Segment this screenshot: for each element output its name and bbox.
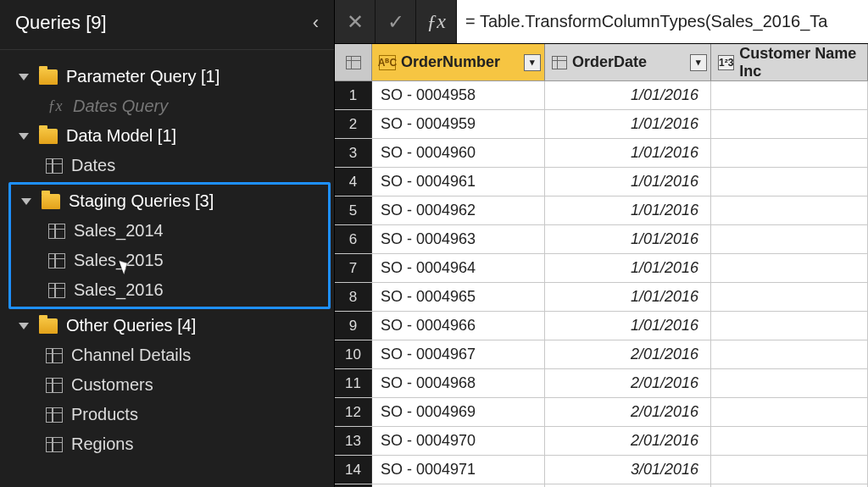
column-customer[interactable]: 1²3 Customer Name Inc bbox=[711, 44, 868, 80]
cell-ordernumber[interactable]: SO - 0004970 bbox=[372, 427, 545, 455]
table-row[interactable]: 3SO - 00049601/01/2016 bbox=[335, 139, 868, 168]
table-row[interactable]: 7SO - 00049641/01/2016 bbox=[335, 254, 868, 283]
row-number[interactable]: 1 bbox=[335, 81, 372, 109]
cell-ordernumber[interactable]: SO - 0004969 bbox=[372, 398, 545, 426]
cell-ordernumber[interactable]: SO - 0004962 bbox=[372, 196, 545, 224]
row-number[interactable]: 11 bbox=[335, 369, 372, 397]
table-row[interactable]: 5SO - 00049621/01/2016 bbox=[335, 196, 868, 225]
commit-formula-button[interactable]: ✓ bbox=[376, 0, 416, 43]
cell-customer[interactable] bbox=[711, 196, 868, 224]
cell-customer[interactable] bbox=[711, 340, 868, 368]
query-item[interactable]: Dates bbox=[0, 151, 334, 180]
queries-header: Queries [9] ‹ bbox=[0, 0, 334, 50]
query-item[interactable]: Regions bbox=[0, 429, 334, 459]
table-icon bbox=[48, 283, 65, 298]
folder-item[interactable]: Data Model [1] bbox=[0, 121, 334, 151]
cell-customer[interactable] bbox=[711, 139, 868, 167]
table-icon bbox=[46, 437, 63, 452]
cell-orderdate[interactable]: 3/01/2016 bbox=[545, 456, 711, 484]
cell-ordernumber[interactable]: SO - 0004964 bbox=[372, 254, 545, 282]
cell-customer[interactable] bbox=[711, 369, 868, 397]
cell-customer[interactable] bbox=[711, 456, 868, 484]
table-icon bbox=[46, 378, 63, 393]
cell-orderdate[interactable]: 2/01/2016 bbox=[545, 340, 711, 368]
cell-ordernumber[interactable]: SO - 0004965 bbox=[372, 283, 545, 311]
cell-orderdate[interactable]: 1/01/2016 bbox=[545, 81, 711, 109]
select-all-cell[interactable] bbox=[335, 44, 372, 80]
filter-icon[interactable]: ▾ bbox=[690, 54, 707, 71]
cell-orderdate[interactable]: 1/01/2016 bbox=[545, 225, 711, 253]
query-item[interactable]: Sales_2015 bbox=[11, 246, 328, 275]
cell-orderdate[interactable]: 2/01/2016 bbox=[545, 398, 711, 426]
cell-customer[interactable] bbox=[711, 254, 868, 282]
cell-customer[interactable] bbox=[711, 427, 868, 455]
cell-orderdate[interactable]: 1/01/2016 bbox=[545, 196, 711, 224]
row-number[interactable]: 5 bbox=[335, 196, 372, 224]
table-row[interactable]: 8SO - 00049651/01/2016 bbox=[335, 283, 868, 312]
cell-customer[interactable] bbox=[711, 168, 868, 196]
fx-icon[interactable]: ƒx bbox=[416, 0, 457, 43]
cell-orderdate[interactable]: 1/01/2016 bbox=[545, 168, 711, 196]
query-item[interactable]: Sales_2016 bbox=[11, 275, 328, 305]
table-row[interactable]: 9SO - 00049661/01/2016 bbox=[335, 312, 868, 340]
table-row[interactable]: 1SO - 00049581/01/2016 bbox=[335, 81, 868, 110]
cell-ordernumber[interactable]: SO - 0004961 bbox=[372, 168, 545, 196]
cell-ordernumber[interactable]: SO - 0004968 bbox=[372, 369, 545, 397]
cell-customer[interactable] bbox=[711, 283, 868, 311]
query-item[interactable]: Channel Details bbox=[0, 340, 334, 370]
cell-ordernumber[interactable]: SO - 0004966 bbox=[372, 312, 545, 340]
table-row[interactable]: 6SO - 00049631/01/2016 bbox=[335, 225, 868, 254]
query-item[interactable]: Products bbox=[0, 400, 334, 429]
cell-ordernumber[interactable]: SO - 0004967 bbox=[372, 340, 545, 368]
query-item[interactable]: Customers bbox=[0, 370, 334, 400]
table-row[interactable]: 2SO - 00049591/01/2016 bbox=[335, 110, 868, 139]
row-number[interactable]: 6 bbox=[335, 225, 372, 253]
row-number[interactable]: 14 bbox=[335, 456, 372, 484]
cell-customer[interactable] bbox=[711, 81, 868, 109]
row-number[interactable]: 13 bbox=[335, 427, 372, 455]
table-row[interactable]: 10SO - 00049672/01/2016 bbox=[335, 340, 868, 369]
cell-ordernumber[interactable]: SO - 0004958 bbox=[372, 81, 545, 109]
folder-item[interactable]: Parameter Query [1] bbox=[0, 62, 334, 91]
formula-input[interactable]: = Table.TransformColumnTypes(Sales_2016_… bbox=[457, 0, 868, 43]
cancel-formula-button[interactable]: ✕ bbox=[335, 0, 376, 43]
cell-orderdate[interactable]: 1/01/2016 bbox=[545, 110, 711, 138]
query-item[interactable]: ƒxDates Query bbox=[0, 91, 334, 121]
table-row[interactable]: 4SO - 00049611/01/2016 bbox=[335, 168, 868, 196]
table-row[interactable]: 13SO - 00049702/01/2016 bbox=[335, 427, 868, 456]
cell-ordernumber[interactable]: SO - 0004959 bbox=[372, 110, 545, 138]
row-number[interactable]: 9 bbox=[335, 312, 372, 340]
row-number[interactable]: 2 bbox=[335, 110, 372, 138]
cell-orderdate[interactable]: 2/01/2016 bbox=[545, 427, 711, 455]
column-orderdate[interactable]: OrderDate ▾ bbox=[545, 44, 711, 80]
folder-item[interactable]: Staging Queries [3] bbox=[11, 186, 328, 216]
row-number[interactable]: 7 bbox=[335, 254, 372, 282]
grid-body[interactable]: 1SO - 00049581/01/20162SO - 00049591/01/… bbox=[335, 81, 868, 487]
table-row[interactable]: 14SO - 00049713/01/2016 bbox=[335, 456, 868, 484]
cell-ordernumber[interactable]: SO - 0004963 bbox=[372, 225, 545, 253]
table-icon bbox=[46, 158, 63, 174]
filter-icon[interactable]: ▾ bbox=[524, 54, 541, 71]
cell-orderdate[interactable]: 1/01/2016 bbox=[545, 254, 711, 282]
cell-orderdate[interactable]: 1/01/2016 bbox=[545, 139, 711, 167]
column-ordernumber[interactable]: AᴮC OrderNumber ▾ bbox=[372, 44, 545, 80]
cell-customer[interactable] bbox=[711, 312, 868, 340]
table-row[interactable]: 12SO - 00049692/01/2016 bbox=[335, 398, 868, 427]
row-number[interactable]: 12 bbox=[335, 398, 372, 426]
cell-customer[interactable] bbox=[711, 398, 868, 426]
row-number[interactable]: 4 bbox=[335, 168, 372, 196]
cell-orderdate[interactable]: 1/01/2016 bbox=[545, 283, 711, 311]
cell-orderdate[interactable]: 1/01/2016 bbox=[545, 312, 711, 340]
cell-customer[interactable] bbox=[711, 110, 868, 138]
query-item[interactable]: Sales_2014 bbox=[11, 216, 328, 246]
cell-ordernumber[interactable]: SO - 0004960 bbox=[372, 139, 545, 167]
row-number[interactable]: 10 bbox=[335, 340, 372, 368]
cell-customer[interactable] bbox=[711, 225, 868, 253]
row-number[interactable]: 8 bbox=[335, 283, 372, 311]
table-row[interactable]: 11SO - 00049682/01/2016 bbox=[335, 369, 868, 398]
collapse-pane-icon[interactable]: ‹ bbox=[313, 12, 319, 34]
cell-orderdate[interactable]: 2/01/2016 bbox=[545, 369, 711, 397]
cell-ordernumber[interactable]: SO - 0004971 bbox=[372, 456, 545, 484]
row-number[interactable]: 3 bbox=[335, 139, 372, 167]
folder-item[interactable]: Other Queries [4] bbox=[0, 311, 334, 340]
